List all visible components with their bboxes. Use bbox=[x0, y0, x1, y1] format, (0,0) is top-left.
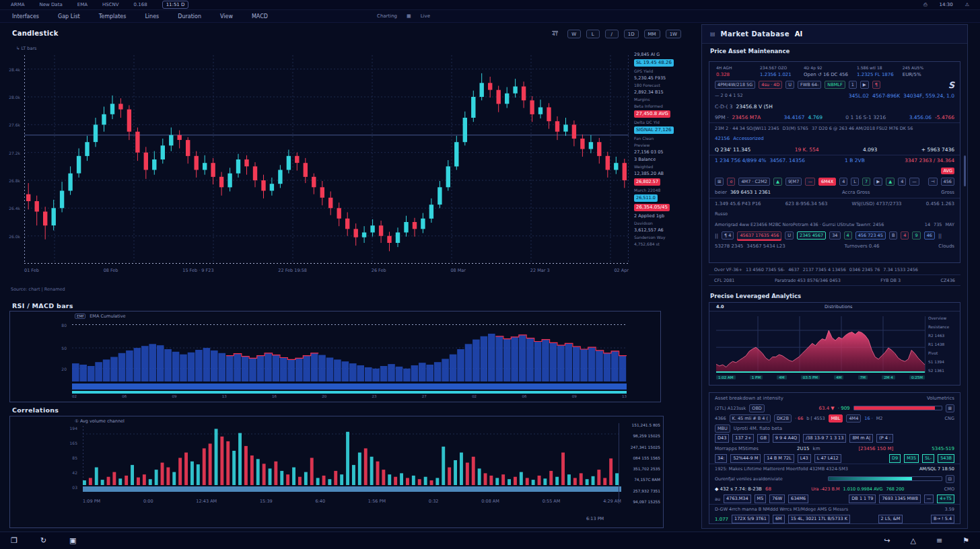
chip[interactable]: 76W bbox=[769, 495, 785, 503]
chip[interactable]: B→ ! 5.4 bbox=[931, 515, 954, 523]
menu-item[interactable]: Gap List bbox=[58, 13, 80, 20]
chip[interactable]: OBD bbox=[749, 404, 765, 412]
chip[interactable]: 456 723 45 bbox=[855, 231, 886, 240]
chart-tool-button[interactable]: W bbox=[567, 30, 581, 38]
topbar-item[interactable]: 0.168 bbox=[134, 2, 147, 7]
chip[interactable]: L bbox=[851, 178, 859, 186]
chip[interactable]: 4+T5 bbox=[937, 495, 954, 503]
chip[interactable]: B bbox=[889, 231, 897, 240]
chip[interactable]: ⊡ bbox=[946, 475, 954, 483]
chip[interactable]: ⊣ bbox=[928, 178, 938, 186]
chip[interactable]: 7693 1345 MW8 bbox=[879, 495, 920, 503]
chip[interactable]: 1 bbox=[849, 81, 857, 89]
chip[interactable]: — bbox=[924, 495, 934, 503]
chip[interactable]: 5L- bbox=[922, 454, 934, 463]
chip[interactable]: /38 13-9 7 1 3 13 bbox=[803, 434, 846, 443]
topbar-item[interactable]: EMA bbox=[77, 2, 88, 7]
menu-center-item[interactable]: ▦ bbox=[407, 13, 411, 19]
scrollbar[interactable] bbox=[964, 155, 966, 186]
chip[interactable]: L 47 L412 bbox=[814, 454, 841, 463]
chart-tool-button[interactable]: / bbox=[605, 30, 619, 38]
chip[interactable]: MBL bbox=[829, 414, 843, 423]
chip[interactable]: 2345 4567 bbox=[797, 231, 826, 240]
chip[interactable]: U bbox=[785, 81, 794, 89]
chip[interactable]: 137 2+ bbox=[732, 434, 754, 443]
printer-icon[interactable]: ⎙ bbox=[923, 2, 928, 7]
grid-icon[interactable]: ▤ bbox=[710, 31, 715, 37]
chip[interactable]: 6M bbox=[773, 515, 785, 523]
volume-chart[interactable] bbox=[83, 426, 621, 493]
chip[interactable]: GB bbox=[757, 434, 769, 443]
chip[interactable]: 6M4X bbox=[818, 178, 836, 186]
chip[interactable]: 7 bbox=[862, 178, 870, 186]
chip[interactable]: AVG bbox=[941, 168, 954, 174]
refresh-icon[interactable]: ↻ bbox=[40, 537, 46, 545]
chip[interactable]: ¶ bbox=[872, 81, 880, 89]
chip[interactable]: ⊞ bbox=[946, 404, 954, 412]
upload-icon[interactable]: △ bbox=[910, 537, 915, 545]
list-icon[interactable]: ≡ bbox=[936, 537, 942, 545]
menu-item[interactable]: MACD bbox=[252, 13, 268, 20]
chip[interactable]: ¶ 4 bbox=[722, 231, 734, 240]
chip[interactable]: — bbox=[805, 178, 815, 186]
bookmark-icon[interactable]: ❐ bbox=[11, 537, 18, 545]
menu-item[interactable]: Interfaces bbox=[12, 13, 39, 20]
chip[interactable]: 9 9 4 A4Q bbox=[773, 434, 800, 443]
menu-center-item[interactable]: Charting bbox=[377, 13, 397, 19]
menu-item[interactable]: View bbox=[220, 13, 233, 20]
chart-tool-button[interactable]: 1W bbox=[666, 30, 681, 38]
chip[interactable]: 634M6 bbox=[788, 495, 808, 503]
chip[interactable]: 4M7 · C2M2 bbox=[738, 178, 770, 186]
chip[interactable]: ⊞ bbox=[715, 178, 724, 186]
chip[interactable]: (P 4 : bbox=[876, 434, 893, 443]
topbar-item[interactable]: HSCNV bbox=[102, 2, 119, 7]
chip[interactable]: NBMLF bbox=[825, 81, 845, 89]
chip[interactable]: 34: bbox=[715, 454, 727, 463]
chip[interactable]: 4M4 bbox=[846, 414, 861, 423]
chip[interactable]: 4 bbox=[839, 178, 847, 186]
chip[interactable]: ▶ bbox=[874, 178, 882, 186]
chart-tool-button[interactable]: MM bbox=[644, 30, 660, 38]
chip[interactable]: DB 1 1 T9 bbox=[849, 495, 876, 503]
chip[interactable]: 4 bbox=[844, 231, 852, 240]
chip[interactable]: 4 bbox=[898, 178, 906, 186]
chip[interactable]: ▶ bbox=[860, 81, 869, 89]
menu-item[interactable]: Templates bbox=[99, 13, 127, 20]
chip[interactable]: 4PM/4W/218 5G bbox=[715, 81, 755, 89]
alert-icon[interactable]: ⚠ bbox=[965, 2, 969, 7]
topbar-item[interactable]: New Data bbox=[39, 2, 62, 7]
topbar-item[interactable]: ARMA bbox=[11, 2, 24, 7]
chip[interactable]: — bbox=[909, 178, 919, 186]
menu-center-item[interactable]: Live bbox=[421, 13, 430, 19]
chip[interactable]: 4763.M34 bbox=[724, 495, 751, 503]
chip[interactable]: L43 bbox=[798, 454, 811, 463]
chip[interactable]: ▲ bbox=[886, 178, 895, 186]
chip[interactable]: DK2B bbox=[774, 414, 792, 423]
chip[interactable]: 456 bbox=[941, 178, 954, 186]
chip[interactable]: M5 bbox=[755, 495, 767, 503]
chip[interactable]: M35 bbox=[904, 454, 919, 463]
chart-tool-button[interactable]: 4T bbox=[549, 30, 562, 38]
chip[interactable]: e bbox=[727, 178, 735, 186]
rsi-chart[interactable] bbox=[72, 317, 627, 394]
chip[interactable]: U bbox=[785, 231, 794, 240]
screenshot-icon[interactable]: ▣ bbox=[69, 537, 76, 545]
chip[interactable]: 45637 17635 456 bbox=[737, 231, 781, 240]
price-level-chart[interactable] bbox=[716, 316, 925, 373]
share-icon[interactable]: ↪ bbox=[884, 537, 890, 545]
chip[interactable]: 9 bbox=[912, 231, 920, 240]
chip[interactable]: D9 bbox=[889, 454, 901, 463]
menu-item[interactable]: Duration bbox=[178, 13, 201, 20]
chip[interactable]: 4su · 4D bbox=[759, 81, 782, 89]
candlestick-chart[interactable] bbox=[24, 55, 629, 264]
chip[interactable]: 52%44-9 M bbox=[730, 454, 761, 463]
chip[interactable]: ▲ bbox=[773, 178, 782, 186]
chip[interactable]: 4 bbox=[901, 231, 909, 240]
chip[interactable]: 9[M7 bbox=[785, 178, 802, 186]
chip[interactable]: K. 45 mli # B 4 ( bbox=[730, 414, 771, 423]
chart-tool-button[interactable]: L bbox=[586, 30, 600, 38]
chip[interactable]: 8M m A| bbox=[849, 434, 873, 443]
chip[interactable]: 14 B M 72L bbox=[764, 454, 794, 463]
topbar-chip[interactable]: 11:51 D bbox=[162, 1, 189, 9]
chip[interactable]: 543B bbox=[938, 454, 954, 463]
